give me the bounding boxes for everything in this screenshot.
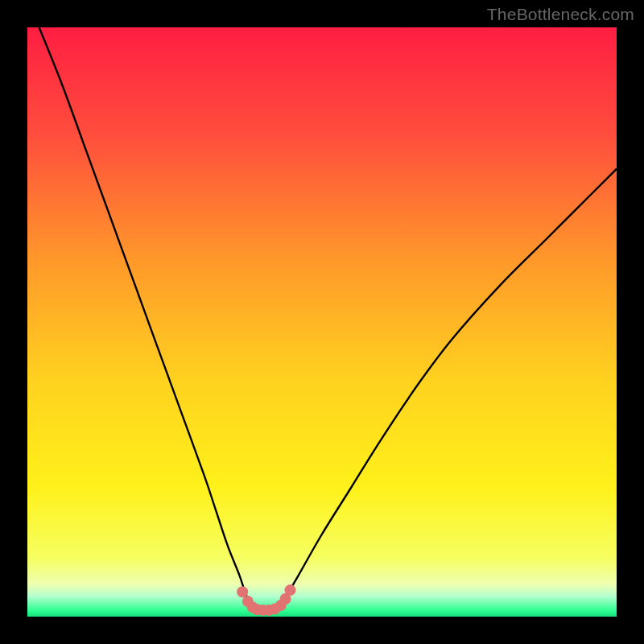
watermark-text: TheBottleneck.com	[487, 5, 634, 24]
chart-frame: TheBottleneck.com	[0, 0, 644, 644]
curve-layer	[27, 27, 617, 617]
bottleneck-curve	[39, 27, 617, 610]
marker-group	[237, 584, 295, 616]
valley-marker	[285, 584, 296, 596]
plot-area	[27, 27, 617, 617]
valley-marker	[237, 586, 248, 597]
